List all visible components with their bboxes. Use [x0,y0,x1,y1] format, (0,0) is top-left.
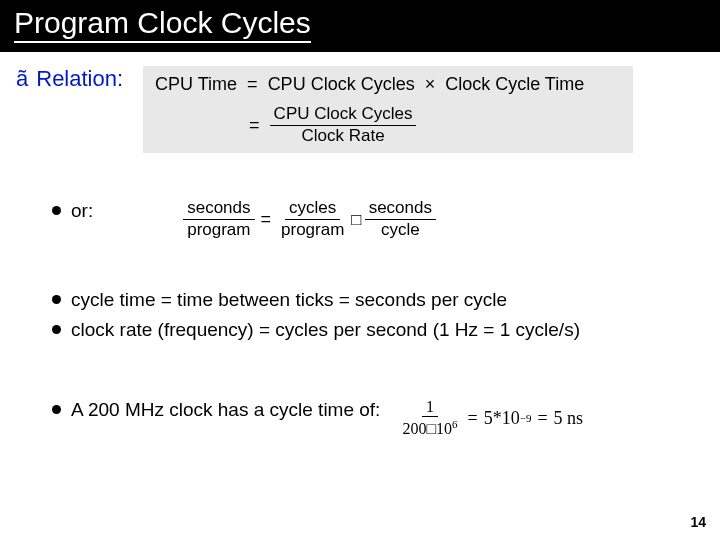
sub-bullet-list: or: seconds program = cycles program □ s… [16,199,704,438]
bullet-dot-icon [52,325,61,334]
fraction: seconds program [183,199,254,239]
f1-lhs: CPU Time [155,74,237,95]
slide-title-text: Program Clock Cycles [14,6,311,43]
or-label: or: [71,199,93,223]
clock-rate-def-row: clock rate (frequency) = cycles per seco… [52,318,704,342]
or-row: or: seconds program = cycles program □ s… [52,199,704,239]
slide-body: ã Relation: CPU Time = CPU Clock Cycles … [0,52,720,438]
frac-den: 200□106 [398,417,461,438]
den-b: 10 [436,421,452,438]
bullet-dot-icon [52,206,61,215]
relation-label: Relation: [36,66,123,92]
example-formula: 1 200□106 = 5 * 10−9 = 5 ns [398,398,583,439]
placeholder-box-icon: □ [426,421,436,438]
frac-den: program [183,220,254,240]
f1-rhs-b: Clock Cycle Time [445,74,584,95]
times-icon: × [425,74,436,95]
formula-line-1: CPU Time = CPU Clock Cycles × Clock Cycl… [155,74,621,95]
frac-num: seconds [183,199,254,220]
fraction: 1 200□106 [398,398,461,439]
frac-num: CPU Clock Cycles [270,105,417,126]
frac-den: program [277,220,348,240]
cycle-time-def-row: cycle time = time between ticks = second… [52,288,704,312]
bullet-dot-icon [52,405,61,414]
frac-den: Clock Rate [297,126,388,146]
fraction: CPU Clock Cycles Clock Rate [270,105,417,145]
page-number: 14 [690,514,706,530]
frac-num: seconds [365,199,436,220]
frac-den: cycle [377,220,424,240]
frac-num: cycles [285,199,340,220]
formula-box: CPU Time = CPU Clock Cycles × Clock Cycl… [143,66,633,153]
equals-icon: = [468,408,478,429]
star-icon: * [493,408,502,429]
fraction: seconds cycle [365,199,436,239]
rhs-exp: −9 [520,412,532,424]
formula-line-2: = CPU Clock Cycles Clock Rate [243,105,621,145]
equals-icon: = [261,209,272,230]
slide-title: Program Clock Cycles [0,0,720,52]
fraction: cycles program [277,199,348,239]
clock-rate-def: clock rate (frequency) = cycles per seco… [71,318,580,342]
slide: Program Clock Cycles ã Relation: CPU Tim… [0,0,720,540]
cycle-time-def: cycle time = time between ticks = second… [71,288,507,312]
bullet-dot-icon [52,295,61,304]
rhs-b: 10 [502,408,520,429]
equals-icon: = [537,408,547,429]
f1-rhs-a: CPU Clock Cycles [268,74,415,95]
den-a: 200 [402,421,426,438]
den-exp: 6 [452,418,458,430]
equals-icon: = [247,74,258,95]
rhs-a: 5 [484,408,493,429]
equals-icon: = [249,115,260,136]
example-row: A 200 MHz clock has a cycle time of: 1 2… [52,398,704,439]
placeholder-box-icon: □ [351,210,361,230]
frac-num: 1 [422,398,438,418]
top-bullet-glyph: ã [16,66,28,92]
example-text: A 200 MHz clock has a cycle time of: [71,398,380,422]
rhs-val: 5 ns [554,408,584,429]
or-formula: seconds program = cycles program □ secon… [183,199,436,239]
relation-row: ã Relation: CPU Time = CPU Clock Cycles … [16,66,704,153]
